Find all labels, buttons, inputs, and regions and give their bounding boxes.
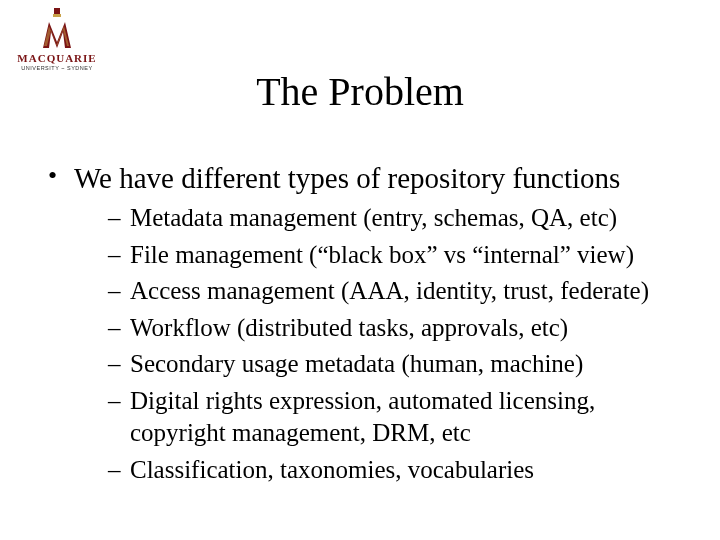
university-logo: MACQUARIE UNIVERSITY ~ SYDNEY [14, 8, 100, 71]
subitem: Secondary usage metadata (human, machine… [108, 348, 680, 381]
bullet-main-text: We have different types of repository fu… [74, 162, 620, 194]
svg-rect-0 [54, 8, 60, 14]
logo-name: MACQUARIE [14, 52, 100, 64]
slide-content: We have different types of repository fu… [48, 160, 680, 496]
subitem: Workflow (distributed tasks, approvals, … [108, 312, 680, 345]
subitem: Access management (AAA, identity, trust,… [108, 275, 680, 308]
subitem: Digital rights expression, automated lic… [108, 385, 680, 450]
subitem: File management (“black box” vs “interna… [108, 239, 680, 272]
subitem: Classification, taxonomies, vocabularies [108, 454, 680, 487]
crest-icon [37, 8, 77, 50]
slide: MACQUARIE UNIVERSITY ~ SYDNEY The Proble… [0, 0, 720, 540]
svg-rect-1 [53, 14, 61, 17]
subitem: Metadata management (entry, schemas, QA,… [108, 202, 680, 235]
bullet-main: We have different types of repository fu… [48, 160, 680, 486]
slide-title: The Problem [0, 68, 720, 115]
